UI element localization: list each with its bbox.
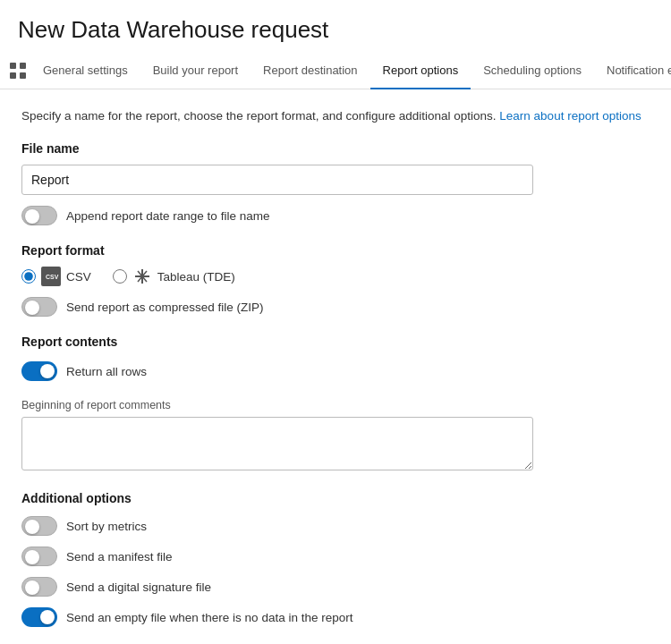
svg-rect-3 — [20, 72, 26, 79]
additional-options-section: Additional options Sort by metrics Send … — [21, 491, 650, 627]
grid-icon[interactable] — [9, 55, 27, 87]
report-comments-input[interactable] — [21, 417, 533, 470]
page-header: New Data Warehouse request — [0, 0, 671, 53]
sort-by-metrics-label: Sort by metrics — [66, 520, 147, 533]
content-area: Specify a name for the report, choose th… — [0, 89, 671, 644]
tableau-label: Tableau (TDE) — [157, 270, 235, 284]
send-empty-file-track[interactable] — [21, 607, 57, 627]
report-comments-section: Beginning of report comments — [21, 399, 650, 473]
additional-options-label: Additional options — [21, 491, 650, 505]
file-name-label: File name — [21, 141, 650, 156]
return-all-rows-label: Return all rows — [66, 365, 147, 378]
send-compressed-label: Send report as compressed file (ZIP) — [66, 301, 264, 314]
return-all-rows-track[interactable] — [21, 361, 57, 381]
send-compressed-row: Send report as compressed file (ZIP) — [21, 297, 650, 317]
csv-icon: CSV — [41, 267, 61, 286]
file-name-input[interactable] — [21, 165, 533, 195]
append-date-track[interactable] — [21, 206, 57, 225]
learn-more-link[interactable]: Learn about report options — [499, 109, 641, 123]
report-format-options: CSV CSV Tableau (TDE) — [21, 267, 650, 286]
send-manifest-track[interactable] — [21, 547, 57, 566]
csv-radio[interactable] — [21, 269, 36, 284]
return-all-rows-toggle[interactable] — [21, 361, 57, 381]
send-manifest-label: Send a manifest file — [66, 550, 173, 564]
send-digital-signature-label: Send a digital signature file — [66, 580, 211, 594]
sort-by-metrics-track[interactable] — [21, 516, 57, 536]
csv-label: CSV — [66, 270, 91, 284]
tab-scheduling-options[interactable]: Scheduling options — [471, 53, 594, 89]
tab-report-options[interactable]: Report options — [370, 53, 471, 89]
report-contents-label: Report contents — [21, 335, 650, 349]
csv-option[interactable]: CSV CSV — [21, 267, 91, 286]
send-manifest-toggle[interactable] — [21, 547, 57, 566]
tab-build-your-report[interactable]: Build your report — [140, 53, 251, 89]
send-digital-signature-row: Send a digital signature file — [21, 577, 650, 597]
tableau-icon — [132, 267, 152, 286]
send-digital-signature-track[interactable] — [21, 577, 57, 597]
sort-by-metrics-toggle[interactable] — [21, 516, 57, 536]
send-manifest-row: Send a manifest file — [21, 547, 650, 566]
send-compressed-track[interactable] — [21, 297, 57, 317]
tab-general-settings[interactable]: General settings — [30, 53, 140, 89]
page-title: New Data Warehouse request — [18, 16, 653, 44]
send-empty-file-toggle[interactable] — [21, 607, 57, 627]
tab-report-destination[interactable]: Report destination — [251, 53, 370, 89]
report-comments-label: Beginning of report comments — [21, 399, 650, 411]
svg-rect-1 — [20, 63, 26, 69]
append-date-row: Append report date range to file name — [21, 206, 650, 225]
sort-by-metrics-row: Sort by metrics — [21, 516, 650, 536]
svg-text:CSV: CSV — [46, 274, 59, 280]
tabs-nav: General settings Build your report Repor… — [0, 53, 671, 89]
tableau-radio[interactable] — [113, 269, 127, 284]
svg-rect-0 — [10, 63, 16, 69]
send-empty-file-row: Send an empty file when there is no data… — [21, 607, 650, 627]
report-format-label: Report format — [21, 243, 650, 258]
description-text: Specify a name for the report, choose th… — [21, 107, 650, 125]
append-date-toggle[interactable] — [21, 206, 57, 225]
send-digital-signature-toggle[interactable] — [21, 577, 57, 597]
append-date-label: Append report date range to file name — [66, 209, 269, 223]
return-all-rows-row: Return all rows — [21, 361, 650, 381]
send-empty-file-label: Send an empty file when there is no data… — [66, 611, 352, 624]
report-contents-section: Report contents Return all rows — [21, 335, 650, 381]
tab-notification-email[interactable]: Notification email — [594, 53, 671, 89]
send-compressed-toggle[interactable] — [21, 297, 57, 317]
report-format-section: Report format CSV CSV — [21, 243, 650, 317]
svg-rect-2 — [10, 72, 16, 79]
tableau-option[interactable]: Tableau (TDE) — [113, 267, 235, 286]
